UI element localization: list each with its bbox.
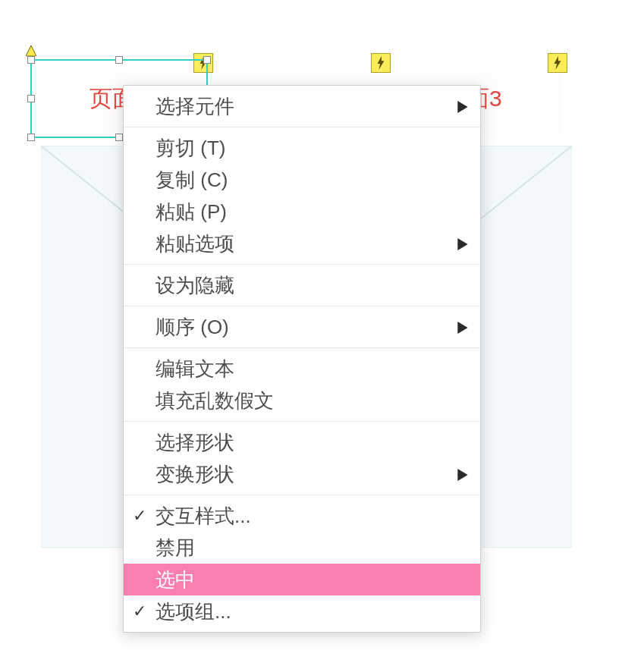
menu-item-cut[interactable]: 剪切 (T) <box>124 132 480 164</box>
submenu-arrow-icon <box>445 463 480 486</box>
menu-item-transform-shape[interactable]: 变换形状 <box>124 458 480 490</box>
interaction-badge <box>548 53 567 73</box>
menu-section: 顺序 (O) <box>124 306 480 348</box>
submenu-arrow-icon <box>445 95 480 118</box>
rotation-handle-icon[interactable] <box>26 46 36 56</box>
menu-item-select-element[interactable]: 选择元件 <box>124 90 480 122</box>
menu-item-paste-options[interactable]: 粘贴选项 <box>124 228 480 259</box>
menu-label: 粘贴 (P) <box>156 199 445 225</box>
menu-item-set-hidden[interactable]: 设为隐藏 <box>124 269 480 301</box>
menu-label: 变换形状 <box>156 461 445 488</box>
menu-label: 禁用 <box>156 535 445 561</box>
menu-item-paste[interactable]: 粘贴 (P) <box>124 196 480 228</box>
menu-item-option-group[interactable]: ✓ 选项组... <box>124 595 480 627</box>
menu-section: 选择元件 <box>124 86 480 127</box>
menu-item-order[interactable]: 顺序 (O) <box>124 311 480 343</box>
submenu-arrow-icon <box>445 232 480 256</box>
menu-label: 顺序 (O) <box>156 314 445 341</box>
menu-label: 交互样式... <box>156 503 445 529</box>
menu-item-interaction-styles[interactable]: ✓ 交互样式... <box>124 500 480 532</box>
menu-label: 选择元件 <box>156 93 445 120</box>
menu-section: 编辑文本 填充乱数假文 <box>124 348 480 422</box>
menu-item-edit-text[interactable]: 编辑文本 <box>124 353 480 385</box>
menu-label: 选中 <box>156 567 445 593</box>
menu-item-copy[interactable]: 复制 (C) <box>124 164 480 196</box>
check-icon: ✓ <box>124 602 156 621</box>
menu-label: 设为隐藏 <box>156 272 445 299</box>
lightning-icon <box>552 56 563 70</box>
menu-label: 选择形状 <box>156 429 445 456</box>
menu-label: 编辑文本 <box>156 356 445 382</box>
menu-label: 粘贴选项 <box>156 231 445 257</box>
menu-item-disable[interactable]: 禁用 <box>124 532 480 564</box>
menu-section: ✓ 交互样式... 禁用 选中 ✓ 选项组... <box>124 495 480 632</box>
menu-item-selected-state[interactable]: 选中 <box>124 564 480 595</box>
context-menu[interactable]: 选择元件 剪切 (T) 复制 (C) 粘贴 (P) 粘贴选 <box>123 85 481 633</box>
design-canvas[interactable]: 页面1 页面2 页面3 <box>0 0 644 663</box>
menu-label: 填充乱数假文 <box>156 388 445 414</box>
menu-section: 剪切 (T) 复制 (C) 粘贴 (P) 粘贴选项 <box>124 127 480 265</box>
submenu-arrow-icon <box>445 316 480 339</box>
menu-item-fill-lorem[interactable]: 填充乱数假文 <box>124 385 480 416</box>
check-icon: ✓ <box>124 506 156 526</box>
menu-label: 剪切 (T) <box>156 135 445 162</box>
menu-section: 设为隐藏 <box>124 265 480 306</box>
menu-label: 选项组... <box>156 599 445 625</box>
menu-item-select-shape[interactable]: 选择形状 <box>124 426 480 458</box>
menu-label: 复制 (C) <box>156 167 445 193</box>
menu-section: 选择形状 变换形状 <box>124 422 480 495</box>
